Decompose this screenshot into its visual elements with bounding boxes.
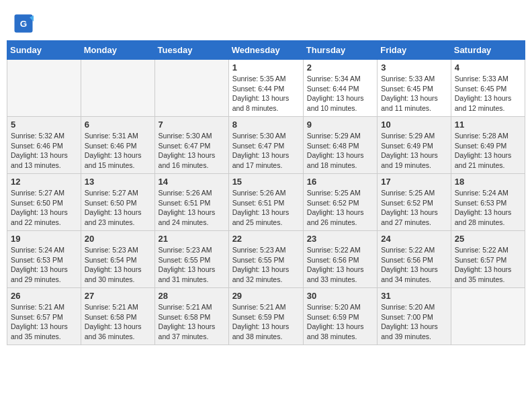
calendar-table: SundayMondayTuesdayWednesdayThursdayFrid… (7, 40, 525, 345)
calendar-week-4: 19Sunrise: 5:24 AM Sunset: 6:53 PM Dayli… (7, 231, 525, 288)
logo-icon: G (13, 13, 34, 34)
day-number: 6 (85, 120, 151, 130)
day-number: 18 (455, 177, 521, 187)
weekday-header-saturday: Saturday (451, 41, 525, 60)
calendar-cell: 28Sunrise: 5:21 AM Sunset: 6:58 PM Dayli… (154, 288, 228, 345)
calendar-cell: 15Sunrise: 5:26 AM Sunset: 6:51 PM Dayli… (228, 174, 303, 231)
day-number: 28 (159, 291, 225, 301)
day-info: Sunrise: 5:27 AM Sunset: 6:50 PM Dayligh… (85, 188, 151, 228)
calendar-cell: 7Sunrise: 5:30 AM Sunset: 6:47 PM Daylig… (154, 117, 228, 174)
day-info: Sunrise: 5:23 AM Sunset: 6:54 PM Dayligh… (85, 245, 151, 285)
calendar-cell: 11Sunrise: 5:28 AM Sunset: 6:49 PM Dayli… (451, 117, 525, 174)
calendar-cell: 16Sunrise: 5:25 AM Sunset: 6:52 PM Dayli… (303, 174, 377, 231)
day-info: Sunrise: 5:20 AM Sunset: 6:59 PM Dayligh… (307, 302, 373, 342)
day-info: Sunrise: 5:25 AM Sunset: 6:52 PM Dayligh… (307, 188, 373, 228)
weekday-header-friday: Friday (378, 41, 451, 60)
day-number: 22 (232, 234, 300, 244)
day-number: 23 (307, 234, 373, 244)
day-info: Sunrise: 5:27 AM Sunset: 6:50 PM Dayligh… (11, 188, 77, 228)
calendar-cell: 26Sunrise: 5:21 AM Sunset: 6:57 PM Dayli… (7, 288, 81, 345)
calendar-cell: 31Sunrise: 5:20 AM Sunset: 7:00 PM Dayli… (378, 288, 451, 345)
day-number: 7 (159, 120, 225, 130)
day-info: Sunrise: 5:29 AM Sunset: 6:48 PM Dayligh… (307, 131, 373, 171)
day-number: 20 (85, 234, 151, 244)
day-number: 13 (85, 177, 151, 187)
weekday-header-sunday: Sunday (7, 41, 81, 60)
page-header: G (7, 7, 525, 37)
day-number: 12 (11, 177, 77, 187)
day-info: Sunrise: 5:24 AM Sunset: 6:53 PM Dayligh… (11, 245, 77, 285)
day-info: Sunrise: 5:35 AM Sunset: 6:44 PM Dayligh… (232, 74, 300, 113)
calendar-week-3: 12Sunrise: 5:27 AM Sunset: 6:50 PM Dayli… (7, 174, 525, 231)
day-info: Sunrise: 5:25 AM Sunset: 6:52 PM Dayligh… (381, 188, 447, 228)
day-info: Sunrise: 5:21 AM Sunset: 6:58 PM Dayligh… (159, 302, 225, 342)
day-info: Sunrise: 5:21 AM Sunset: 6:57 PM Dayligh… (11, 302, 77, 342)
calendar-cell: 13Sunrise: 5:27 AM Sunset: 6:50 PM Dayli… (81, 174, 154, 231)
day-number: 4 (455, 62, 521, 73)
calendar-cell: 1Sunrise: 5:35 AM Sunset: 6:44 PM Daylig… (228, 60, 303, 117)
calendar-week-2: 5Sunrise: 5:32 AM Sunset: 6:46 PM Daylig… (7, 117, 525, 174)
calendar-cell: 10Sunrise: 5:29 AM Sunset: 6:49 PM Dayli… (378, 117, 451, 174)
calendar-cell: 5Sunrise: 5:32 AM Sunset: 6:46 PM Daylig… (7, 117, 81, 174)
calendar-cell: 2Sunrise: 5:34 AM Sunset: 6:44 PM Daylig… (303, 60, 377, 117)
day-number: 30 (307, 291, 373, 301)
calendar-cell: 9Sunrise: 5:29 AM Sunset: 6:48 PM Daylig… (303, 117, 377, 174)
day-number: 15 (232, 177, 300, 187)
calendar-cell: 30Sunrise: 5:20 AM Sunset: 6:59 PM Dayli… (303, 288, 377, 345)
day-info: Sunrise: 5:22 AM Sunset: 6:56 PM Dayligh… (307, 245, 373, 285)
day-number: 11 (455, 120, 521, 130)
calendar-week-5: 26Sunrise: 5:21 AM Sunset: 6:57 PM Dayli… (7, 288, 525, 345)
day-info: Sunrise: 5:30 AM Sunset: 6:47 PM Dayligh… (232, 131, 300, 171)
calendar-cell: 8Sunrise: 5:30 AM Sunset: 6:47 PM Daylig… (228, 117, 303, 174)
calendar-cell: 22Sunrise: 5:23 AM Sunset: 6:55 PM Dayli… (228, 231, 303, 288)
calendar-cell: 6Sunrise: 5:31 AM Sunset: 6:46 PM Daylig… (81, 117, 154, 174)
day-number: 17 (381, 177, 447, 187)
day-number: 29 (232, 291, 300, 301)
day-info: Sunrise: 5:23 AM Sunset: 6:55 PM Dayligh… (159, 245, 225, 285)
weekday-header-tuesday: Tuesday (154, 41, 228, 60)
day-info: Sunrise: 5:24 AM Sunset: 6:53 PM Dayligh… (455, 188, 521, 228)
day-number: 25 (455, 234, 521, 244)
day-info: Sunrise: 5:31 AM Sunset: 6:46 PM Dayligh… (85, 131, 151, 171)
day-info: Sunrise: 5:33 AM Sunset: 6:45 PM Dayligh… (381, 74, 447, 113)
calendar-cell: 17Sunrise: 5:25 AM Sunset: 6:52 PM Dayli… (378, 174, 451, 231)
weekday-header-monday: Monday (81, 41, 154, 60)
calendar-cell: 23Sunrise: 5:22 AM Sunset: 6:56 PM Dayli… (303, 231, 377, 288)
calendar-cell: 3Sunrise: 5:33 AM Sunset: 6:45 PM Daylig… (378, 60, 451, 117)
weekday-header-row: SundayMondayTuesdayWednesdayThursdayFrid… (7, 41, 525, 60)
day-info: Sunrise: 5:28 AM Sunset: 6:49 PM Dayligh… (455, 131, 521, 171)
day-number: 5 (11, 120, 77, 130)
day-number: 16 (307, 177, 373, 187)
day-number: 1 (232, 62, 300, 73)
day-info: Sunrise: 5:30 AM Sunset: 6:47 PM Dayligh… (159, 131, 225, 171)
day-info: Sunrise: 5:32 AM Sunset: 6:46 PM Dayligh… (11, 131, 77, 171)
calendar-cell (81, 60, 154, 117)
calendar-cell: 12Sunrise: 5:27 AM Sunset: 6:50 PM Dayli… (7, 174, 81, 231)
calendar-cell: 4Sunrise: 5:33 AM Sunset: 6:45 PM Daylig… (451, 60, 525, 117)
day-number: 9 (307, 120, 373, 130)
day-info: Sunrise: 5:29 AM Sunset: 6:49 PM Dayligh… (381, 131, 447, 171)
weekday-header-wednesday: Wednesday (228, 41, 303, 60)
day-number: 24 (381, 234, 447, 244)
logo: G (13, 13, 35, 34)
calendar-cell (154, 60, 228, 117)
svg-text:G: G (20, 19, 28, 29)
calendar-cell: 18Sunrise: 5:24 AM Sunset: 6:53 PM Dayli… (451, 174, 525, 231)
day-number: 2 (307, 62, 373, 73)
calendar-cell: 25Sunrise: 5:22 AM Sunset: 6:57 PM Dayli… (451, 231, 525, 288)
day-number: 27 (85, 291, 151, 301)
day-number: 8 (232, 120, 300, 130)
day-number: 31 (381, 291, 447, 301)
day-info: Sunrise: 5:22 AM Sunset: 6:57 PM Dayligh… (455, 245, 521, 285)
day-info: Sunrise: 5:21 AM Sunset: 6:58 PM Dayligh… (85, 302, 151, 342)
calendar-cell: 14Sunrise: 5:26 AM Sunset: 6:51 PM Dayli… (154, 174, 228, 231)
calendar-cell: 19Sunrise: 5:24 AM Sunset: 6:53 PM Dayli… (7, 231, 81, 288)
day-info: Sunrise: 5:26 AM Sunset: 6:51 PM Dayligh… (159, 188, 225, 228)
calendar-cell: 27Sunrise: 5:21 AM Sunset: 6:58 PM Dayli… (81, 288, 154, 345)
calendar-cell (451, 288, 525, 345)
day-info: Sunrise: 5:21 AM Sunset: 6:59 PM Dayligh… (232, 302, 300, 342)
calendar-cell: 21Sunrise: 5:23 AM Sunset: 6:55 PM Dayli… (154, 231, 228, 288)
day-info: Sunrise: 5:22 AM Sunset: 6:56 PM Dayligh… (381, 245, 447, 285)
day-number: 21 (159, 234, 225, 244)
calendar-cell: 20Sunrise: 5:23 AM Sunset: 6:54 PM Dayli… (81, 231, 154, 288)
